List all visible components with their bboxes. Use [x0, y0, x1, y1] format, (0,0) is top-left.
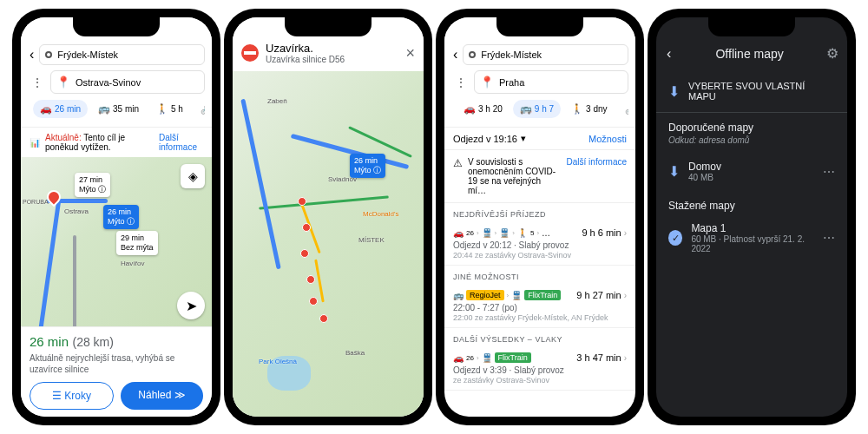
closure-marker: [298, 197, 306, 206]
train-icon: 🚆: [499, 228, 510, 238]
bike-icon: 🚲: [201, 103, 205, 115]
warning-icon: ⚠: [453, 157, 463, 195]
route-distance: (28 km): [72, 335, 113, 349]
to-text: Ostrava-Svinov: [76, 77, 141, 88]
mode-car[interactable]: 🚗26 min: [33, 100, 88, 118]
downloaded-header: Stažené mapy: [656, 191, 847, 214]
car-icon: 🚗: [453, 228, 464, 238]
trip-option-3[interactable]: 🚗26› 🚆FlixTrain 3 h 47 min› Odjezd v 3:3…: [444, 347, 635, 391]
route-time: 26 min: [30, 334, 69, 349]
mode-walk[interactable]: 🚶3 dny: [564, 100, 614, 118]
mode-transit[interactable]: 🚌35 min: [91, 100, 146, 118]
options-link[interactable]: Možnosti: [589, 134, 627, 144]
from-text: Frýdek-Místek: [57, 49, 118, 60]
close-icon[interactable]: ×: [405, 44, 415, 62]
more-icon[interactable]: ⋯: [823, 231, 835, 245]
closure-sign-icon: [241, 44, 259, 62]
more-info-link[interactable]: Další informace: [567, 157, 627, 195]
check-icon: ✓: [668, 230, 682, 246]
menu-dots-icon[interactable]: ⋮: [451, 76, 470, 89]
map-canvas[interactable]: 27 min Mýto ⓘ 26 min Mýto ⓘ 29 min Bez m…: [21, 157, 212, 326]
origin-dot-icon: [45, 51, 52, 58]
closure-marker: [302, 223, 311, 232]
bike-icon: 🚲: [625, 103, 628, 115]
route-label-b[interactable]: 26 min Mýto ⓘ: [103, 205, 139, 229]
from-field[interactable]: Frýdek-Místek: [463, 44, 628, 65]
walk-icon: 🚶: [156, 103, 168, 115]
downloaded-map-row[interactable]: ✓ Mapa 1 60 MB · Platnost vyprší 21. 2. …: [656, 214, 847, 262]
covid-alert: ⚠ V souvislosti s onemocněním COVID-19 s…: [444, 149, 635, 203]
phone-3-transit: ‹ Frýdek-Místek ⋮ 📍 Praha 🚗3 h 20 🚌9 h 7…: [436, 9, 644, 425]
back-icon[interactable]: ‹: [28, 47, 36, 62]
route-description: Aktuálně nejrychlejší trasa, vyhýbá se u…: [30, 352, 203, 375]
bus-icon: 🚌: [453, 291, 464, 300]
notch: [285, 17, 372, 36]
section-other: JINÉ MOŽNOSTI: [444, 266, 635, 285]
notch: [496, 17, 583, 36]
select-own-map-button[interactable]: ⬇ VYBERTE SVOU VLASTNÍ MAPU: [656, 70, 847, 113]
mode-car[interactable]: 🚗3 h 20: [457, 100, 510, 118]
preview-button[interactable]: Náhled ≫: [121, 382, 203, 410]
mode-tabs: 🚗3 h 20 🚌9 h 7 🚶3 dny 🚲 ✈: [451, 96, 628, 122]
closure-subtitle: Uzavírka silnice D56: [266, 55, 345, 64]
page-title: Offline mapy: [681, 47, 818, 61]
route-label-c[interactable]: 29 min Bez mýta: [116, 231, 158, 255]
destination-pin-icon: 📍: [480, 76, 494, 89]
section-earliest: NEJDŘÍVĚJŠÍ PŘÍJEZD: [444, 203, 635, 222]
notch: [73, 17, 160, 36]
more-info-link[interactable]: Další informace: [159, 133, 203, 152]
to-field[interactable]: 📍 Ostrava-Svinov: [50, 70, 205, 94]
back-icon[interactable]: ‹: [665, 46, 673, 62]
destination-pin-icon: 📍: [56, 76, 70, 89]
mode-bike[interactable]: 🚲: [618, 100, 628, 118]
mode-walk[interactable]: 🚶5 h: [149, 100, 190, 118]
closure-marker: [306, 275, 315, 284]
train-icon: 🚆: [482, 228, 492, 238]
steps-button[interactable]: ☰ Kroky: [30, 382, 114, 410]
car-icon: 🚗: [40, 103, 52, 115]
walk-icon: 🚶: [571, 103, 583, 115]
departure-row[interactable]: Odjezd v 19:16▾ Možnosti: [444, 127, 635, 149]
mode-tabs: 🚗26 min 🚌35 min 🚶5 h 🚲 ✈: [28, 96, 205, 122]
route-label-a[interactable]: 27 min Mýto ⓘ: [75, 173, 110, 197]
more-icon[interactable]: ⋯: [823, 165, 835, 179]
trip-option-1[interactable]: 🚗26› 🚆›🚆› 🚶5›… 9 h 6 min› Odjezd v 20:12…: [444, 222, 635, 266]
closure-marker: [300, 249, 309, 258]
gear-icon[interactable]: ⚙: [826, 45, 838, 62]
origin-dot-icon: [469, 51, 476, 58]
route-summary: 26 min (28 km) Aktuálně nejrychlejší tra…: [21, 326, 212, 417]
download-icon: ⬇: [668, 163, 680, 180]
recommended-header: Doporučené mapy: [656, 113, 847, 135]
crowding-alert: 📊 Aktuálně: Tento cíl je poněkud vytížen…: [21, 127, 212, 157]
chevron-down-icon: ▾: [521, 133, 526, 144]
menu-dots-icon[interactable]: ⋮: [28, 76, 47, 89]
recommended-map-row[interactable]: ⬇ Domov 40 MB ⋯: [656, 152, 847, 191]
mode-bike[interactable]: 🚲: [194, 100, 205, 118]
section-trains: DALŠÍ VÝSLEDKY – VLAKY: [444, 328, 635, 347]
bus-icon: 🚌: [98, 103, 110, 115]
route-label[interactable]: 26 min Mýto ⓘ: [350, 154, 385, 178]
chart-icon: 📊: [30, 138, 40, 148]
car-icon: 🚗: [453, 353, 464, 363]
compass-button[interactable]: ➤: [177, 292, 205, 319]
phone-1-directions: ‹ Frýdek-Místek ⋮ 📍 Ostrava-Svinov 🚗26 m…: [12, 9, 220, 425]
mode-transit[interactable]: 🚌9 h 7: [513, 100, 561, 118]
car-icon: 🚗: [464, 103, 476, 115]
closure-title: Uzavírka.: [266, 42, 345, 55]
recommended-subtitle: Odkud: adresa domů: [656, 135, 847, 152]
to-field[interactable]: 📍 Praha: [474, 70, 628, 94]
notch: [708, 17, 795, 36]
bus-icon: 🚌: [520, 103, 532, 115]
phone-4-offline-maps: ‹ Offline mapy ⚙ ⬇ VYBERTE SVOU VLASTNÍ …: [648, 9, 856, 425]
closure-marker: [309, 297, 318, 306]
trip-option-2[interactable]: 🚌RegioJet› 🚆FlixTrain 9 h 27 min› 22:00 …: [444, 285, 635, 328]
layers-button[interactable]: ◈: [181, 164, 205, 188]
train-icon: 🚆: [511, 291, 522, 300]
closure-marker: [319, 314, 328, 323]
map-canvas[interactable]: 26 min Mýto ⓘ Zabeň Sviadnov MÍSTEK McDo…: [233, 71, 424, 417]
back-icon[interactable]: ‹: [451, 47, 459, 62]
walk-icon: 🚶: [517, 228, 528, 238]
phone-2-closure: Uzavírka. Uzavírka silnice D56 × 26 min …: [224, 9, 432, 425]
from-field[interactable]: Frýdek-Místek: [39, 44, 205, 65]
train-icon: 🚆: [482, 353, 492, 363]
